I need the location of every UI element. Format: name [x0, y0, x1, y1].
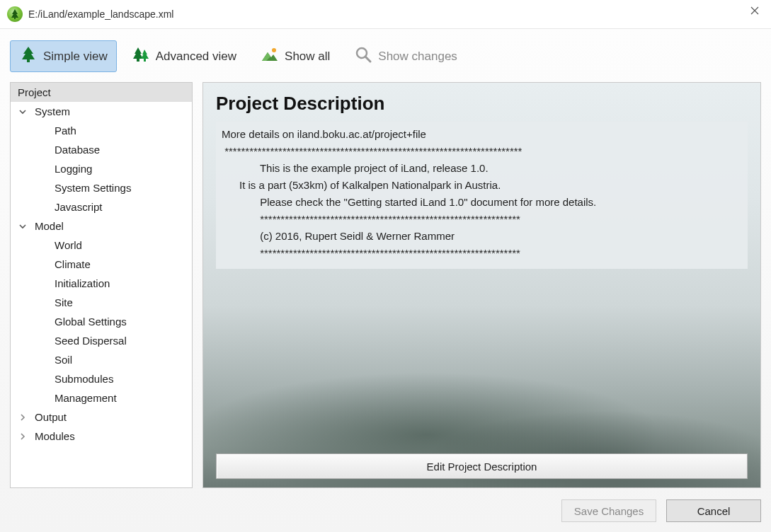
description-intro: More details on iland.boku.ac.at/project…: [222, 126, 742, 143]
tree-item-database[interactable]: Database: [11, 140, 192, 159]
tree-item-label: Project: [18, 86, 51, 98]
cancel-button[interactable]: Cancel: [666, 499, 761, 522]
tree-item-initialization[interactable]: Initialization: [11, 274, 192, 293]
tree-item-label: Database: [55, 144, 100, 156]
show-changes-label: Show changes: [378, 50, 457, 64]
tree-item-world[interactable]: World: [11, 236, 192, 255]
body-split: ProjectSystemPathDatabaseLoggingSystem S…: [0, 82, 771, 495]
landscape-icon: [261, 45, 279, 67]
save-changes-button[interactable]: Save Changes: [561, 499, 656, 522]
tree-item-label: Initialization: [55, 277, 110, 289]
description-line: It is a part (5x3km) of Kalkalpen Nation…: [222, 177, 742, 194]
tree-item-logging[interactable]: Logging: [11, 159, 192, 178]
description-line: (c) 2016, Rupert Seidl & Werner Rammer: [222, 228, 742, 245]
svg-line-2: [365, 57, 370, 62]
simple-view-button[interactable]: Simple view: [10, 40, 117, 72]
detail-heading: Project Description: [216, 93, 748, 115]
show-all-label: Show all: [285, 50, 330, 64]
tree-item-label: Javascript: [55, 201, 103, 213]
detail-inner: Project Description More details on ilan…: [203, 83, 760, 487]
tree-item-label: Site: [55, 296, 73, 308]
cancel-label: Cancel: [697, 505, 731, 517]
tree-item-label: Soil: [55, 354, 72, 366]
toolbar: Simple view Advanced view: [0, 29, 771, 82]
tree-item-label: Management: [55, 392, 117, 404]
description-line: ****************************************…: [222, 245, 742, 262]
description-box: More details on iland.boku.ac.at/project…: [216, 122, 748, 269]
tree-item-label: Submodules: [55, 373, 113, 385]
tree-item-label: World: [55, 239, 82, 251]
tree-item-label: System Settings: [55, 182, 131, 194]
tree-item-label: Path: [55, 125, 76, 137]
tree-item-project[interactable]: Project: [11, 83, 192, 102]
tree-item-label: Output: [35, 411, 67, 423]
description-line: This is the example project of iLand, re…: [222, 160, 742, 177]
footer: Save Changes Cancel: [0, 495, 771, 532]
tree-item-global-settings[interactable]: Global Settings: [11, 312, 192, 331]
edit-description-label: Edit Project Description: [427, 461, 537, 473]
tree-item-label: Global Settings: [55, 316, 127, 328]
close-button[interactable]: [738, 0, 771, 21]
tree-item-system[interactable]: System: [11, 102, 192, 121]
tree-item-soil[interactable]: Soil: [11, 350, 192, 369]
tree-item-seed-dispersal[interactable]: Seed Dispersal: [11, 331, 192, 350]
chevron-down-icon[interactable]: [18, 108, 28, 115]
tree-item-modules[interactable]: Modules: [11, 427, 192, 446]
svg-point-0: [272, 48, 276, 52]
show-changes-button[interactable]: Show changes: [345, 40, 467, 72]
edit-description-button[interactable]: Edit Project Description: [216, 453, 748, 479]
tree-item-label: Seed Dispersal: [55, 335, 127, 347]
tree-item-label: Modules: [35, 430, 75, 442]
app-icon: [7, 6, 23, 22]
show-all-button[interactable]: Show all: [251, 40, 339, 72]
chevron-right-icon[interactable]: [18, 414, 28, 421]
tree-item-label: Logging: [55, 163, 92, 175]
trees-icon: [132, 45, 150, 67]
tree-panel[interactable]: ProjectSystemPathDatabaseLoggingSystem S…: [10, 82, 193, 488]
window-title: E:/iLand/example_landscape.xml: [28, 8, 173, 20]
chevron-right-icon[interactable]: [18, 433, 28, 440]
description-line: ****************************************…: [222, 143, 742, 160]
titlebar: E:/iLand/example_landscape.xml: [0, 0, 771, 28]
content-area: Simple view Advanced view: [0, 28, 771, 532]
detail-panel: Project Description More details on ilan…: [202, 82, 761, 488]
description-line: ****************************************…: [222, 211, 742, 228]
tree-item-submodules[interactable]: Submodules: [11, 369, 192, 388]
tree-icon: [19, 45, 38, 67]
tree-item-system-settings[interactable]: System Settings: [11, 178, 192, 197]
save-changes-label: Save Changes: [574, 505, 644, 517]
tree-item-label: Model: [35, 220, 64, 232]
tree-item-javascript[interactable]: Javascript: [11, 197, 192, 216]
search-icon: [354, 45, 372, 67]
tree-item-label: Climate: [55, 258, 91, 270]
advanced-view-label: Advanced view: [156, 50, 236, 64]
description-line: Please check the "Getting started iLand …: [222, 194, 742, 211]
tree-item-management[interactable]: Management: [11, 388, 192, 407]
tree-item-site[interactable]: Site: [11, 293, 192, 312]
chevron-down-icon[interactable]: [18, 223, 28, 230]
tree-item-label: System: [35, 105, 70, 117]
advanced-view-button[interactable]: Advanced view: [122, 40, 246, 72]
simple-view-label: Simple view: [43, 50, 108, 64]
tree-item-output[interactable]: Output: [11, 407, 192, 427]
window: E:/iLand/example_landscape.xml Simple vi…: [0, 0, 771, 532]
tree-item-path[interactable]: Path: [11, 121, 192, 140]
tree-item-climate[interactable]: Climate: [11, 255, 192, 274]
tree-item-model[interactable]: Model: [11, 216, 192, 236]
